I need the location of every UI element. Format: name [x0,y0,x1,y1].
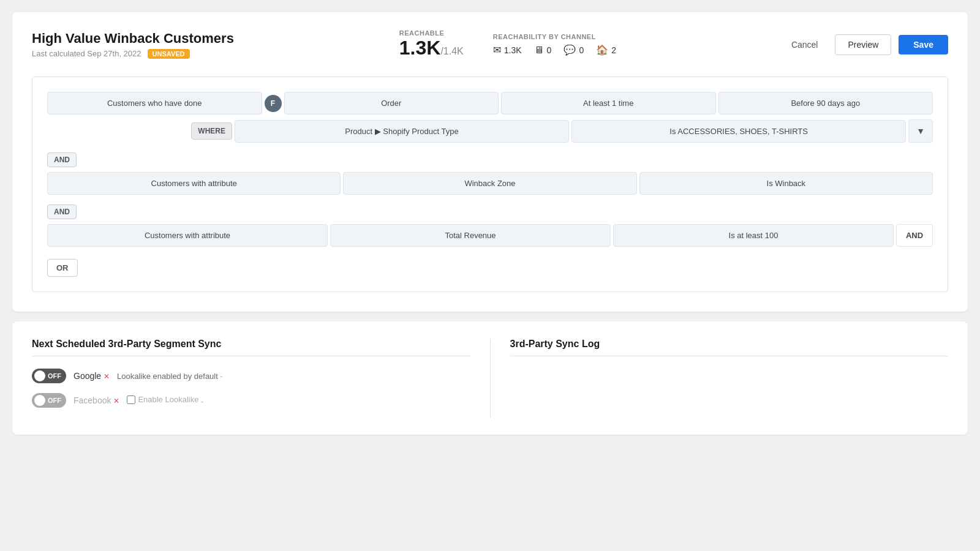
google-x-icon[interactable]: ✕ [104,372,110,381]
condition-who-2[interactable]: Customers with attribute [47,172,341,195]
sync-title: Next Scheduled 3rd-Party Segment Sync [32,339,470,356]
email-count: 1.3K [504,45,522,55]
last-calc: Last calculated Sep 27th, 2022 [32,49,141,58]
header-row: High Value Winback Customers Last calcul… [32,29,948,59]
channel-items: ✉ 1.3K 🖥 0 💬 0 🏠 2 [493,44,616,56]
and-button-1[interactable]: AND [47,152,77,167]
where-product-text: Product ▶ Shopify Product Type [345,127,458,136]
condition-row-2: Customers with attribute Winback Zone Is… [47,172,933,195]
segment-builder: Customers who have done F Order At least… [32,77,948,292]
facebook-lookalike-checkbox[interactable] [127,395,135,404]
sync-item-google: OFF Google ✕ Lookalike enabled by defaul… [32,369,470,383]
toggle-label-google: OFF [48,372,61,380]
title-block: High Value Winback Customers Last calcul… [32,31,234,59]
sms-count: 0 [579,45,584,55]
where-label: WHERE [191,122,232,140]
toggle-circle-google [34,370,45,381]
google-toggle[interactable]: OFF [32,369,66,383]
reachable-label: REACHABLE [399,29,464,37]
channel-push: 🏠 2 [596,44,616,56]
channel-email: ✉ 1.3K [493,44,522,56]
filter-icon[interactable]: ▼ [908,119,933,143]
where-row-1: WHERE Product ▶ Shopify Product Type Is … [47,119,933,143]
channel-block: REACHABILITY BY CHANNEL ✉ 1.3K 🖥 0 💬 0 [493,33,616,56]
bottom-sections: Next Scheduled 3rd-Party Segment Sync OF… [32,339,948,418]
stats-block: REACHABLE 1.3K/1.4K REACHABILITY BY CHAN… [399,29,616,59]
reachable-value-row: 1.3K/1.4K [399,37,464,59]
channel-sms: 💬 0 [564,44,584,56]
and-separator-2: AND [47,200,933,224]
unsaved-badge: UNSAVED [148,49,190,59]
facebook-dash: - [201,397,203,406]
reachable-value: 1.3K [399,37,441,59]
email-icon: ✉ [493,44,501,56]
where-value-col[interactable]: Is ACCESSORIES, SHOES, T-SHIRTS [571,120,906,143]
facebook-lookalike: Enable Lookalike - [127,395,203,406]
cancel-button[interactable]: Cancel [782,35,828,54]
condition-who-3[interactable]: Customers with attribute [47,224,328,247]
and-separator-1: AND [47,148,933,172]
condition-attr-2[interactable]: Winback Zone [343,172,636,195]
reachable-total: /1.4K [440,46,463,56]
condition-event-1[interactable]: Order [284,92,499,114]
desktop-count: 0 [547,45,552,55]
condition-row-1: Customers who have done F Order At least… [47,92,933,114]
facebook-x-icon[interactable]: ✕ [113,397,119,405]
toggle-label-facebook: OFF [48,397,61,404]
condition-who-1[interactable]: Customers who have done [47,92,262,114]
push-icon: 🏠 [596,44,608,56]
reachability-label: REACHABILITY BY CHANNEL [493,33,616,40]
save-button[interactable]: Save [899,35,948,54]
sms-icon: 💬 [564,44,576,56]
header-actions: Cancel Preview Save [782,34,948,55]
google-name: Google ✕ [74,371,110,381]
condition-attr-3[interactable]: Total Revenue [330,224,611,247]
or-separator: OR [47,252,933,277]
google-lookalike: Lookalike enabled by default - [117,372,223,381]
log-title: 3rd-Party Sync Log [510,339,949,356]
condition-and-3[interactable]: AND [896,224,933,247]
condition-val-3[interactable]: Is at least 100 [613,224,894,247]
log-section: 3rd-Party Sync Log [510,339,949,418]
sync-item-facebook: OFF Facebook ✕ Enable Lookalike - [32,393,470,408]
push-count: 2 [611,45,616,55]
facebook-name: Facebook ✕ [74,395,119,405]
google-dash: - [220,372,222,381]
condition-val-2[interactable]: Is Winback [639,172,933,195]
page-title: High Value Winback Customers [32,31,234,47]
sync-section: Next Scheduled 3rd-Party Segment Sync OF… [32,339,470,418]
reachable-block: REACHABLE 1.3K/1.4K [399,29,464,59]
section-divider [490,339,491,418]
bottom-card: Next Scheduled 3rd-Party Segment Sync OF… [12,321,968,435]
event-badge-1: F [265,95,282,112]
segment-card: High Value Winback Customers Last calcul… [12,12,968,312]
desktop-icon: 🖥 [534,45,544,56]
preview-button[interactable]: Preview [835,34,891,55]
and-button-2[interactable]: AND [47,204,77,219]
channel-desktop: 🖥 0 [534,45,552,56]
condition-freq-1[interactable]: At least 1 time [501,92,716,114]
condition-time-1[interactable]: Before 90 days ago [718,92,933,114]
where-product-col[interactable]: Product ▶ Shopify Product Type [235,120,569,143]
where-spacer: WHERE [47,122,232,140]
or-button[interactable]: OR [47,259,78,277]
condition-row-3: Customers with attribute Total Revenue I… [47,224,933,247]
subtitle-row: Last calculated Sep 27th, 2022 UNSAVED [32,49,234,59]
toggle-circle-facebook [34,395,45,406]
facebook-toggle[interactable]: OFF [32,393,66,408]
